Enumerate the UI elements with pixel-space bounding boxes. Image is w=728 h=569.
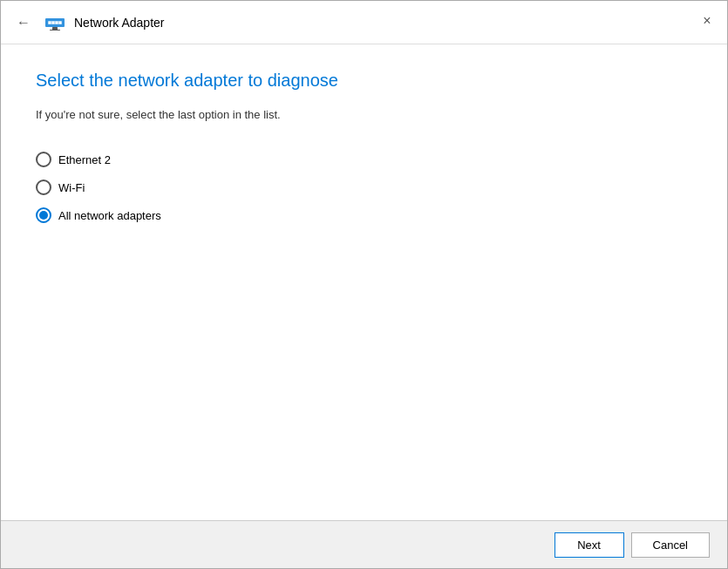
radio-group: Ethernet 2 Wi-Fi All network adapters: [36, 152, 692, 223]
page-heading: Select the network adapter to diagnose: [36, 71, 692, 91]
radio-ethernet2[interactable]: [36, 152, 51, 167]
title-bar: ← Network Adapter ×: [1, 1, 727, 44]
radio-wifi[interactable]: [36, 180, 51, 195]
svg-rect-3: [50, 30, 60, 30]
page-description: If you're not sure, select the last opti…: [36, 108, 692, 121]
svg-point-6: [56, 21, 58, 24]
back-button[interactable]: ←: [11, 13, 36, 32]
radio-label-wifi: Wi-Fi: [58, 181, 85, 194]
window-title: Network Adapter: [74, 16, 165, 30]
next-button[interactable]: Next: [555, 532, 624, 558]
svg-point-4: [49, 21, 51, 24]
network-adapter-icon: [44, 12, 65, 33]
main-content: Select the network adapter to diagnose I…: [1, 44, 727, 520]
window: ← Network Adapter × Select the network a…: [0, 0, 728, 569]
footer: Next Cancel: [1, 520, 727, 568]
title-bar-left: ← Network Adapter: [11, 12, 165, 33]
radio-label-ethernet2: Ethernet 2: [58, 153, 111, 166]
radio-item-ethernet2[interactable]: Ethernet 2: [36, 152, 692, 167]
svg-point-7: [59, 21, 62, 24]
close-button[interactable]: ×: [687, 1, 727, 41]
radio-label-all: All network adapters: [58, 209, 161, 222]
radio-item-all[interactable]: All network adapters: [36, 207, 692, 223]
svg-point-5: [52, 21, 55, 24]
radio-all[interactable]: [36, 207, 51, 223]
radio-item-wifi[interactable]: Wi-Fi: [36, 180, 692, 195]
cancel-button[interactable]: Cancel: [631, 532, 710, 558]
svg-rect-2: [52, 27, 58, 30]
